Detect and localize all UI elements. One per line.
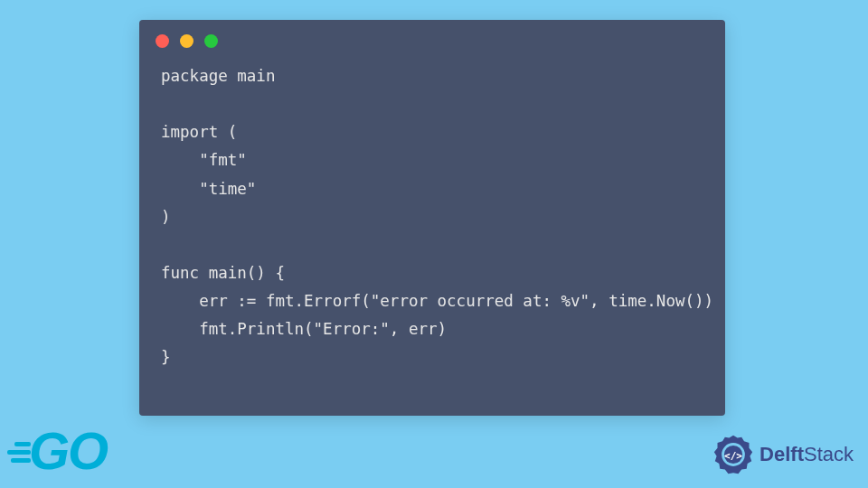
code-content: package main import ( "fmt" "time" ) fun… bbox=[139, 53, 725, 381]
window-controls bbox=[139, 20, 725, 53]
fullscreen-icon bbox=[204, 34, 218, 48]
svg-text:</>: </> bbox=[724, 450, 742, 462]
go-logo: GO bbox=[5, 420, 107, 481]
delftstack-text: DelftStack bbox=[760, 443, 854, 466]
gear-icon: </> bbox=[712, 434, 754, 475]
code-window: package main import ( "fmt" "time" ) fun… bbox=[139, 20, 725, 416]
minimize-icon bbox=[180, 34, 193, 48]
close-icon bbox=[156, 34, 169, 48]
delftstack-logo: </> DelftStack bbox=[712, 434, 854, 475]
go-logo-text: GO bbox=[29, 420, 107, 481]
go-speed-lines-icon bbox=[5, 442, 31, 463]
